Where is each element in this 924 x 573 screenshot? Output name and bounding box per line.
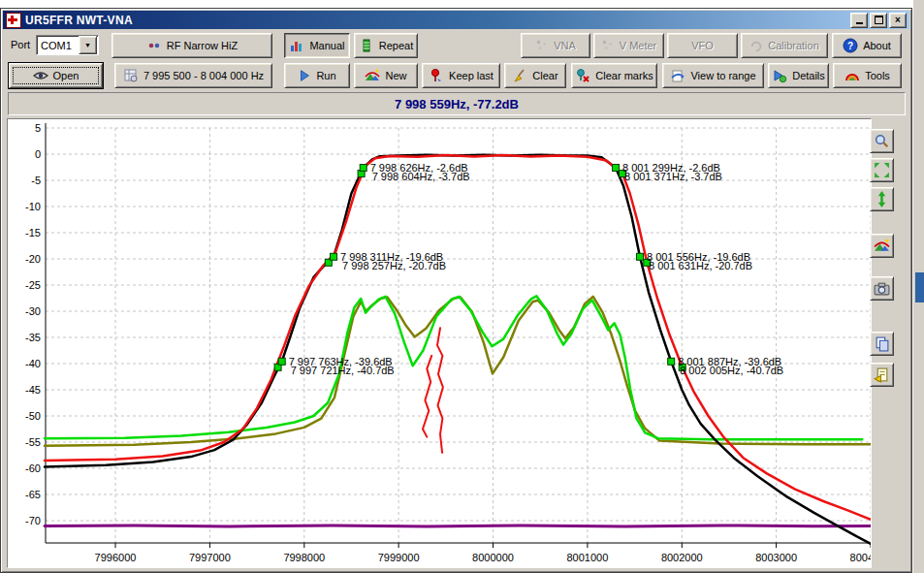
repeat-button-label: Repeat [379,40,413,51]
manual-button[interactable]: Manual [284,33,350,58]
x-tick-label: 8004000 [850,552,871,563]
port-combo[interactable]: COM1 ▼ [36,35,99,55]
chart-plot[interactable]: 50-5-10-15-20-25-30-35-40-45-50-55-60-65… [8,119,871,567]
svg-text:?: ? [847,41,853,51]
app-window: UR5FFR NWT-VNA × Port COM1 ▼ RF Narrow H… [0,8,912,573]
marker-square[interactable] [331,253,337,260]
keep-last-button-label: Keep last [449,70,494,81]
titlebar[interactable]: UR5FFR NWT-VNA × [3,11,909,29]
calibration-button-label: Calibration [768,40,819,51]
y-tick-label: -10 [25,201,41,212]
vertical-scale-button[interactable] [870,187,894,211]
marker-square[interactable] [360,165,366,172]
frequency-range-button[interactable]: 7 995 500 - 8 004 000 Hz [114,63,272,88]
marker-label: 7 998 311Hz, -19.6dB [340,251,443,263]
y-tick-label: -25 [25,279,41,291]
marker-square[interactable] [278,358,285,365]
play-details-icon [772,68,787,83]
sparkle-icon [601,39,615,52]
window-title: UR5FFR NWT-VNA [25,14,850,27]
rf-dots-icon [146,38,162,53]
marker-label: 7 998 626Hz, -2.6dB [370,162,468,174]
camera-icon [874,280,890,297]
open-button[interactable]: Open [9,63,103,88]
profile-button[interactable]: RF Narrow HiZ [112,33,272,58]
graph-style-button[interactable] [870,234,894,258]
vfo-button[interactable]: VFO [667,33,738,58]
clear-button-label: Clear [532,70,558,81]
clear-marks-button-label: Clear marks [595,70,653,81]
hand-page-icon [670,68,685,83]
chart-panel: 50-5-10-15-20-25-30-35-40-45-50-55-60-65… [7,118,872,568]
details-button[interactable]: Details [768,63,829,88]
x-tick-label: 7997000 [189,552,231,563]
run-button[interactable]: Run [284,63,350,88]
export-button[interactable] [870,363,894,387]
x-tick-label: 7999000 [378,552,420,563]
chart-mountains-icon [874,238,890,254]
expand-all-button[interactable] [870,158,894,182]
x-tick-label: 8000000 [472,552,514,563]
marker-square[interactable] [637,253,644,260]
calibration-button[interactable]: Calibration [741,33,828,58]
y-tick-label: 0 [35,148,41,160]
y-tick-label: -65 [25,489,41,500]
view-to-range-button[interactable]: View to range [662,63,764,88]
y-tick-label: -30 [25,305,41,317]
screen: UR5FFR NWT-VNA × Port COM1 ▼ RF Narrow H… [0,0,924,573]
new-button[interactable]: New [354,63,418,88]
trace-purple-floor [45,525,871,526]
marker-label: 7 997 763Hz, -39.6dB [289,356,393,367]
vfo-button-label: VFO [691,40,714,51]
tools-button[interactable]: Tools [833,63,902,88]
about-button[interactable]: ? About [832,33,902,58]
port-combo-value: COM1 [37,40,78,51]
marker-square[interactable] [613,165,620,172]
repeat-button[interactable]: Repeat [354,33,418,58]
clear-marks-button[interactable]: Clear marks [571,63,657,88]
clear-button[interactable]: Clear [504,63,566,88]
y-tick-label: -5 [31,175,41,186]
maximize-button[interactable] [870,13,887,28]
maximize-icon [875,16,883,24]
background-window-strip [912,0,924,573]
rainbow-icon [844,68,860,83]
close-button[interactable]: × [889,13,907,28]
view-to-range-button-label: View to range [690,70,755,81]
x-tick-label: 8001000 [566,552,608,563]
bar-chart-icon [289,38,304,53]
window-controls: × [850,13,907,28]
v-meter-button-label: V Meter [620,40,657,51]
table-icon [123,68,139,83]
y-tick-label: -35 [25,332,41,343]
manual-button-label: Manual [309,40,344,51]
chart-mountains-icon [365,68,380,83]
status-bar: 7 998 559Hz, -77.2dB [8,92,906,115]
tools-button-label: Tools [865,70,890,81]
screenshot-button[interactable] [870,276,894,301]
eye-icon [33,68,48,83]
minimize-button[interactable] [850,13,868,28]
pin-delete-icon [575,68,590,83]
copy-button[interactable] [870,332,894,356]
y-tick-label: -70 [25,515,41,526]
vna-button-label: VNA [554,40,576,51]
glitch-red-2 [423,356,431,437]
vna-button[interactable]: VNA [521,33,590,58]
minimize-icon [856,22,863,24]
sparkle-icon [535,39,549,52]
run-button-label: Run [316,70,335,81]
x-tick-label: 8003000 [755,552,797,563]
keep-last-button[interactable]: Keep last [422,63,500,88]
new-button-label: New [385,70,406,81]
marker-square[interactable] [668,358,675,365]
details-button-label: Details [792,70,825,81]
chevron-down-icon[interactable]: ▼ [79,36,97,54]
port-label: Port [11,39,30,50]
x-tick-label: 8002000 [661,552,703,563]
zoom-tool-button[interactable] [870,129,894,153]
broom-icon [512,68,527,83]
x-tick-label: 7996000 [95,552,137,563]
x-tick-label: 7998000 [283,552,325,563]
v-meter-button[interactable]: V Meter [593,33,664,58]
